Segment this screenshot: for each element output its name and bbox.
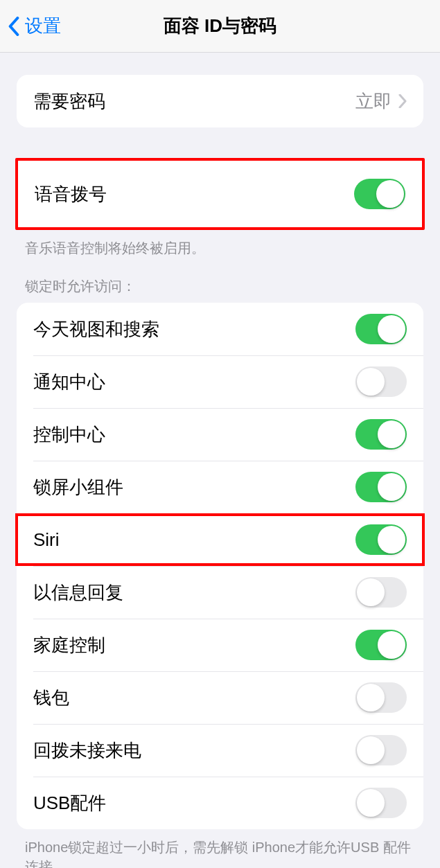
voice-dial-highlight: 语音拨号 bbox=[15, 158, 425, 230]
lock-access-row: Siri bbox=[17, 513, 423, 566]
navbar: 设置 面容 ID与密码 bbox=[0, 0, 440, 53]
lock-access-toggle[interactable] bbox=[355, 419, 407, 450]
lock-access-toggle[interactable] bbox=[355, 524, 407, 555]
voice-dial-label: 语音拨号 bbox=[35, 182, 354, 206]
lock-access-toggle[interactable] bbox=[355, 630, 407, 660]
page-title: 面容 ID与密码 bbox=[164, 14, 276, 38]
lock-access-label: Siri bbox=[33, 529, 355, 551]
back-button[interactable]: 设置 bbox=[8, 14, 61, 38]
voice-dial-row: 语音拨号 bbox=[18, 166, 422, 222]
lock-access-footer: iPhone锁定超过一小时后，需先解锁 iPhone才能允许USB 配件连接。 bbox=[0, 829, 440, 868]
lock-access-toggle[interactable] bbox=[355, 735, 407, 765]
lock-access-row: USB配件 bbox=[17, 777, 423, 829]
lock-access-row: 回拨未接来电 bbox=[17, 724, 423, 777]
back-label: 设置 bbox=[25, 14, 61, 38]
lock-access-toggle[interactable] bbox=[355, 788, 407, 818]
voice-dial-group: 语音拨号 bbox=[18, 161, 422, 227]
lock-access-label: 今天视图和搜索 bbox=[33, 317, 355, 342]
voice-dial-toggle[interactable] bbox=[354, 179, 405, 209]
lock-access-row: 今天视图和搜索 bbox=[17, 303, 423, 355]
lock-access-toggle[interactable] bbox=[355, 682, 407, 713]
lock-access-toggle[interactable] bbox=[355, 366, 407, 397]
require-passcode-group: 需要密码 立即 bbox=[17, 75, 423, 127]
require-passcode-value: 立即 bbox=[355, 89, 391, 114]
lock-access-label: 以信息回复 bbox=[33, 581, 355, 605]
lock-access-label: 控制中心 bbox=[33, 423, 355, 447]
lock-access-label: 回拨未接来电 bbox=[33, 738, 355, 763]
lock-access-label: 锁屏小组件 bbox=[33, 475, 355, 499]
chevron-right-icon bbox=[398, 94, 407, 108]
require-passcode-row[interactable]: 需要密码 立即 bbox=[17, 75, 423, 127]
voice-dial-footer: 音乐语音控制将始终被启用。 bbox=[0, 230, 440, 258]
lock-access-row: 控制中心 bbox=[17, 408, 423, 461]
lock-access-toggle[interactable] bbox=[355, 472, 407, 502]
lock-access-label: 通知中心 bbox=[33, 370, 355, 394]
lock-access-header: 锁定时允许访问： bbox=[0, 258, 440, 303]
lock-access-row: 通知中心 bbox=[17, 355, 423, 408]
lock-access-label: USB配件 bbox=[33, 791, 355, 815]
lock-access-row: 钱包 bbox=[17, 671, 423, 724]
lock-access-row: 以信息回复 bbox=[17, 566, 423, 619]
chevron-left-icon bbox=[8, 17, 19, 36]
require-passcode-label: 需要密码 bbox=[33, 89, 355, 114]
lock-access-row: 家庭控制 bbox=[17, 619, 423, 671]
lock-access-label: 家庭控制 bbox=[33, 633, 355, 657]
lock-access-row: 锁屏小组件 bbox=[17, 461, 423, 513]
lock-access-group: 今天视图和搜索通知中心控制中心锁屏小组件Siri以信息回复家庭控制钱包回拨未接来… bbox=[17, 303, 423, 829]
lock-access-label: 钱包 bbox=[33, 686, 355, 710]
lock-access-toggle[interactable] bbox=[355, 577, 407, 608]
lock-access-toggle[interactable] bbox=[355, 314, 407, 344]
